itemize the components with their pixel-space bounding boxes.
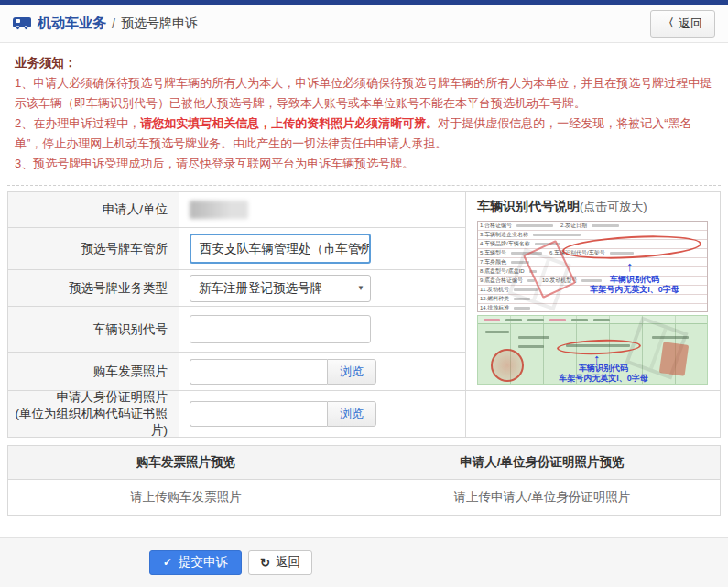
vin-input[interactable] <box>190 315 371 343</box>
caret-down-icon: ▼ <box>356 245 364 253</box>
breadcrumb-separator: / <box>112 16 115 31</box>
identity-photo-file-input[interactable] <box>190 401 327 427</box>
form-row-dmv-office: 预选号牌车管所 西安支队车辆管理处（市车管所 ▼ <box>8 228 465 270</box>
form-fields-column: 申请人/单位 预选号牌车管所 西安支队车辆管理处（市车管所 ▼ 预选号牌业务类型… <box>8 192 466 437</box>
invoice-photo-browse-button[interactable]: 浏览 <box>327 359 376 385</box>
identity-photo-browse-button[interactable]: 浏览 <box>327 401 376 427</box>
arrow-up-icon: ↑ <box>626 260 634 273</box>
check-icon: ✓ <box>163 556 172 569</box>
notice-title: 业务须知： <box>15 53 713 73</box>
chevron-left-icon: 〈 <box>663 16 674 31</box>
identity-preview-header: 申请人/单位身份证明照片预览 <box>364 446 720 479</box>
refresh-icon: ↻ <box>260 556 270 570</box>
identity-preview-placeholder: 请上传申请人/单位身份证明照片 <box>364 480 720 515</box>
dmv-office-select[interactable]: 西安支队车辆管理处（市车管所 ▼ <box>190 234 371 264</box>
appeal-form-panel: 申请人/单位 预选号牌车管所 西安支队车辆管理处（市车管所 ▼ 预选号牌业务类型… <box>7 191 721 438</box>
vin-guide-column: 车辆识别代号说明(点击可放大) 1.合格证编号2.发证日期 3.车辆制造企业名称… <box>466 192 720 437</box>
vehicle-certificate-sample: 1.合格证编号2.发证日期 3.车辆制造企业名称 4.车辆品牌/车辆名称 5.车… <box>477 221 708 312</box>
dmv-office-label: 预选号牌车管所 <box>8 228 179 269</box>
form-row-invoice-photo: 购车发票照片 浏览 <box>8 353 465 391</box>
business-type-select[interactable]: 新车注册登记预选号牌 ▼ <box>190 275 371 302</box>
upload-preview-table: 购车发票照片预览 申请人/单位身份证明照片预览 请上传购车发票照片 请上传申请人… <box>7 445 721 516</box>
notice-item-2: 2、在办理申诉过程中，请您如实填写相关信息，上传的资料照片必须清晰可辨。对于提供… <box>15 114 713 154</box>
form-row-identity-photo: 申请人身份证明照片 (单位为组织机构代码证书照片) 浏览 <box>8 391 465 437</box>
invoice-preview-header: 购车发票照片预览 <box>8 446 364 479</box>
invoice-photo-label: 购车发票照片 <box>8 353 179 390</box>
round-red-stamp-icon <box>491 349 524 382</box>
vin-annotation: 车辆识别代码 车架号内无英文I、0字母 <box>535 364 672 384</box>
vin-label: 车辆识别代号 <box>8 307 179 352</box>
business-notice: 业务须知： 1、申请人必须确保待预选号牌车辆的所有人为本人，申诉单位必须确保待预… <box>7 43 721 186</box>
notice-item-1: 1、申请人必须确保待预选号牌车辆的所有人为本人，申诉单位必须确保待预选号牌车辆的… <box>15 73 713 114</box>
submit-appeal-label: 提交申诉 <box>179 554 228 571</box>
identity-photo-sublabel: (单位为组织机构代码证书照片) <box>8 406 168 439</box>
page-header: 机动车业务 / 预选号牌申诉 〈 返回 <box>0 5 728 43</box>
square-red-stamp-icon <box>659 342 689 376</box>
empty-cell <box>466 391 720 437</box>
vin-guide-image[interactable]: 1.合格证编号2.发证日期 3.车辆制造企业名称 4.车辆品牌/车辆名称 5.车… <box>477 221 708 385</box>
form-row-vin: 车辆识别代号 <box>8 307 465 353</box>
footer-action-bar: ✓ 提交申诉 ↻ 返回 <box>0 537 728 587</box>
form-row-applicant: 申请人/单位 <box>8 192 465 228</box>
import-certificate-sample: ↑ 车辆识别代码 车架号内无英文I、0字母 <box>477 315 708 385</box>
footer-back-label: 返回 <box>276 554 300 571</box>
invoice-photo-file-input[interactable] <box>190 359 327 385</box>
vehicle-icon <box>13 17 31 30</box>
page-title: 预选号牌申诉 <box>121 16 198 32</box>
breadcrumb-section: 机动车业务 <box>38 15 106 32</box>
dmv-office-selected-value: 西安支队车辆管理处（市车管所 <box>200 241 371 257</box>
invoice-preview-placeholder: 请上传购车发票照片 <box>8 480 364 515</box>
vin-guide-zoom-hint: (点击可放大) <box>580 200 647 213</box>
business-type-selected-value: 新车注册登记预选号牌 <box>199 280 322 297</box>
vin-guide-title: 车辆识别代号说明(点击可放大) <box>477 199 709 215</box>
vin-annotation: 车辆识别代码 车架号内无英文I、0字母 <box>566 275 703 295</box>
applicant-label: 申请人/单位 <box>8 192 179 227</box>
caret-down-icon: ▼ <box>357 284 364 292</box>
header-back-label: 返回 <box>679 16 702 32</box>
applicant-value-redacted <box>190 201 248 219</box>
form-row-business-type: 预选号牌业务类型 新车注册登记预选号牌 ▼ <box>8 270 465 307</box>
header-back-button[interactable]: 〈 返回 <box>650 10 715 38</box>
footer-back-button[interactable]: ↻ 返回 <box>248 550 312 575</box>
submit-appeal-button[interactable]: ✓ 提交申诉 <box>149 550 242 575</box>
notice-item-3: 3、预选号牌申诉受理成功后，请尽快登录互联网平台为申诉车辆预选号牌。 <box>15 154 713 174</box>
business-type-label: 预选号牌业务类型 <box>8 270 179 306</box>
identity-photo-label: 申请人身份证明照片 (单位为组织机构代码证书照片) <box>8 391 179 437</box>
notice-item-2-emphasis: 请您如实填写相关信息，上传的资料照片必须清晰可辨。 <box>140 116 438 130</box>
